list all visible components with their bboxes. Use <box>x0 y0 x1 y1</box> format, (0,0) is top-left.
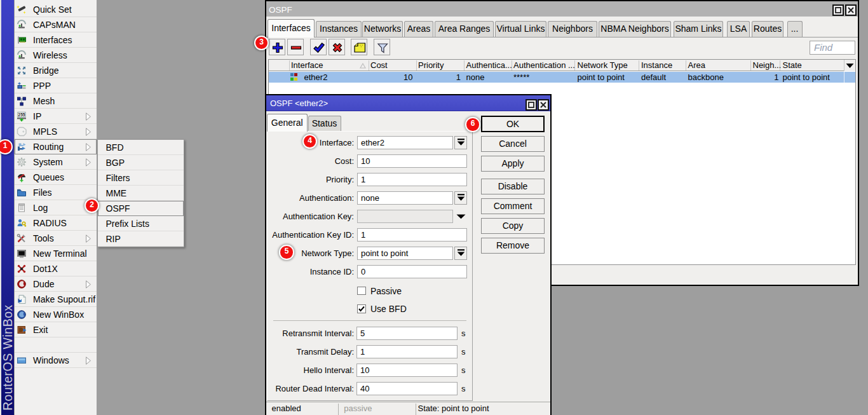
svg-text:255: 255 <box>18 112 25 117</box>
